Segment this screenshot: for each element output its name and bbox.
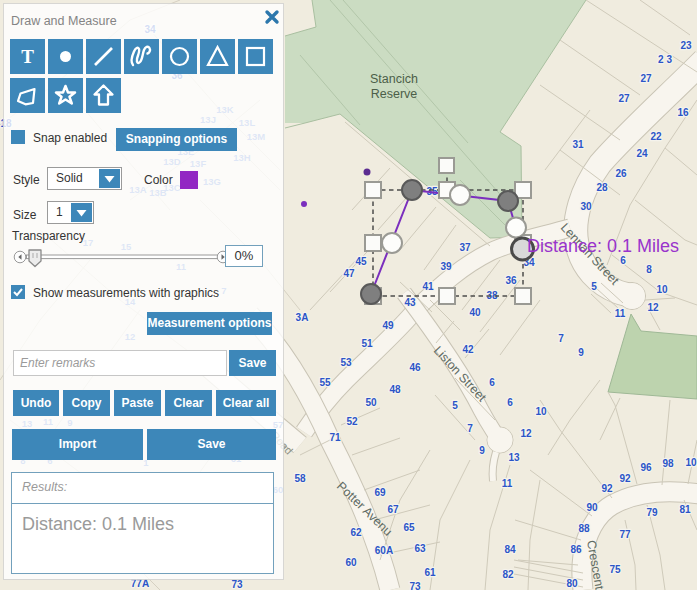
svg-text:65: 65 <box>403 522 415 533</box>
svg-text:8: 8 <box>646 264 652 275</box>
svg-text:28: 28 <box>596 182 608 193</box>
svg-text:53: 53 <box>340 357 352 368</box>
svg-text:46: 46 <box>409 362 421 373</box>
svg-text:86: 86 <box>570 544 582 555</box>
svg-text:50: 50 <box>365 397 377 408</box>
svg-text:6: 6 <box>489 377 495 388</box>
svg-text:61: 61 <box>424 567 436 578</box>
svg-text:22: 22 <box>650 131 662 142</box>
svg-text:6: 6 <box>507 397 513 408</box>
svg-text:5: 5 <box>452 400 458 411</box>
svg-text:2 3: 2 3 <box>658 54 672 65</box>
svg-text:75: 75 <box>609 564 621 575</box>
svg-text:31: 31 <box>572 139 584 150</box>
svg-text:42: 42 <box>462 344 474 355</box>
svg-text:37: 37 <box>459 242 471 253</box>
svg-text:58: 58 <box>294 473 306 484</box>
svg-text:27: 27 <box>640 73 652 84</box>
svg-text:60A: 60A <box>375 545 393 556</box>
svg-text:47: 47 <box>343 268 355 279</box>
svg-text:9: 9 <box>479 445 485 456</box>
svg-text:23: 23 <box>680 40 692 51</box>
svg-text:26: 26 <box>615 168 627 179</box>
svg-text:10: 10 <box>535 406 547 417</box>
svg-text:Stancich: Stancich <box>370 72 418 86</box>
svg-text:9: 9 <box>578 347 584 358</box>
svg-text:11: 11 <box>502 478 513 489</box>
svg-text:41: 41 <box>422 281 434 292</box>
svg-text:80: 80 <box>566 578 578 589</box>
svg-text:39: 39 <box>440 261 452 272</box>
svg-text:13: 13 <box>508 452 520 463</box>
svg-text:T: T <box>21 46 34 67</box>
svg-text:77: 77 <box>619 529 631 540</box>
svg-text:10: 10 <box>656 284 668 295</box>
svg-text:92: 92 <box>601 483 613 494</box>
svg-text:67: 67 <box>387 504 399 515</box>
svg-text:81: 81 <box>679 504 691 515</box>
svg-text:Distance: 0.1 Miles: Distance: 0.1 Miles <box>527 236 679 256</box>
svg-text:96: 96 <box>640 462 652 473</box>
svg-text:12: 12 <box>647 302 659 313</box>
svg-text:43: 43 <box>404 297 416 308</box>
svg-text:45: 45 <box>355 256 367 267</box>
svg-text:73: 73 <box>231 579 243 590</box>
svg-text:5: 5 <box>591 281 597 292</box>
svg-text:92: 92 <box>619 473 631 484</box>
svg-text:7: 7 <box>558 333 564 344</box>
svg-text:88: 88 <box>578 523 590 534</box>
svg-text:71: 71 <box>329 432 341 443</box>
svg-text:84: 84 <box>504 544 516 555</box>
svg-text:90: 90 <box>586 502 598 513</box>
svg-text:24: 24 <box>636 148 648 159</box>
svg-text:3A: 3A <box>296 312 309 323</box>
svg-text:40: 40 <box>469 307 481 318</box>
svg-text:51: 51 <box>361 338 373 349</box>
svg-text:48: 48 <box>389 384 401 395</box>
svg-text:63: 63 <box>414 543 426 554</box>
svg-text:73: 73 <box>409 581 421 590</box>
svg-text:7: 7 <box>467 423 473 434</box>
svg-text:49: 49 <box>382 320 394 331</box>
svg-text:6: 6 <box>620 255 626 266</box>
svg-text:Reserve: Reserve <box>371 87 418 101</box>
svg-text:79: 79 <box>646 507 658 518</box>
svg-text:55: 55 <box>319 377 331 388</box>
svg-text:62: 62 <box>350 527 362 538</box>
svg-text:52: 52 <box>346 416 358 427</box>
svg-text:60: 60 <box>345 557 357 568</box>
svg-text:11: 11 <box>615 308 626 319</box>
svg-text:98: 98 <box>662 458 674 469</box>
svg-text:30: 30 <box>580 201 592 212</box>
svg-text:69: 69 <box>374 487 386 498</box>
svg-text:12: 12 <box>520 428 532 439</box>
svg-text:82: 82 <box>502 569 514 580</box>
svg-text:27: 27 <box>618 93 630 104</box>
svg-text:16: 16 <box>677 107 689 118</box>
svg-text:36: 36 <box>505 275 517 286</box>
svg-text:10: 10 <box>685 457 697 468</box>
